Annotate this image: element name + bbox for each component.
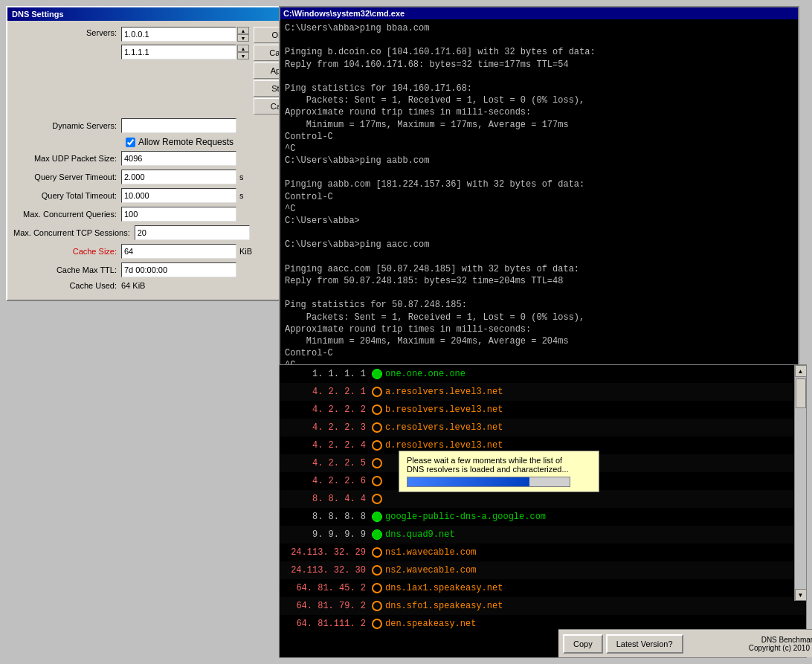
cache-size-input[interactable] xyxy=(121,244,236,259)
server1-down-arrow[interactable]: ▼ xyxy=(237,34,249,42)
benchmark-row[interactable]: 4. 2. 2. 1a.resolvers.level3.net xyxy=(280,383,806,401)
cache-max-ttl-label: Cache Max TTL: xyxy=(13,265,121,274)
row-hostname: one.one.one.one xyxy=(385,369,465,379)
max-udp-label: Max UDP Packet Size: xyxy=(13,154,121,163)
cmd-line xyxy=(285,71,793,83)
orange-dot-icon xyxy=(372,387,382,397)
servers-label: Servers: xyxy=(13,27,121,37)
green-dot-icon xyxy=(372,529,382,540)
cmd-line: Pinging aacc.com [50.87.248.185] with 32… xyxy=(285,263,793,275)
orange-dot-icon xyxy=(372,583,382,593)
orange-dot-icon xyxy=(372,458,382,468)
server2-input[interactable] xyxy=(121,45,236,59)
cache-size-row: Cache Size: KiB xyxy=(13,244,274,259)
dynamic-servers-label: Dynamic Servers: xyxy=(13,121,121,130)
dns-settings-panel: DNS Settings Servers: ▲ ▼ ▲ ▼ xyxy=(6,6,281,301)
row-nums: 64. 81. 45. 2 xyxy=(283,583,372,593)
cmd-line: Ping statistics for 50.87.248.185: xyxy=(285,299,793,311)
benchmark-panel: 1. 1. 1. 1one.one.one.one4. 2. 2. 1a.res… xyxy=(279,364,807,658)
cmd-line xyxy=(285,287,793,299)
allow-remote-checkbox[interactable] xyxy=(126,138,135,147)
max-udp-input[interactable] xyxy=(121,151,236,166)
server2-up-arrow[interactable]: ▲ xyxy=(237,45,249,52)
row-hostname: a.resolvers.level3.net xyxy=(385,387,503,397)
cmd-body[interactable]: C:\Users\abba>ping bbaa.com Pinging b.dc… xyxy=(280,19,798,366)
cmd-line xyxy=(285,251,793,263)
row-nums: 24.113. 32. 30 xyxy=(283,565,372,576)
cache-used-row: Cache Used: 64 KiB xyxy=(13,281,274,290)
row-nums: 9. 9. 9. 9 xyxy=(283,529,372,540)
cmd-line: Reply from 50.87.248.185: bytes=32 time=… xyxy=(285,275,793,287)
orange-dot-icon xyxy=(372,476,382,486)
benchmark-row[interactable]: 4. 2. 2. 2b.resolvers.level3.net xyxy=(280,401,806,419)
row-nums: 24.113. 32. 29 xyxy=(283,547,372,558)
dynamic-servers-row: Dynamic Servers: xyxy=(13,118,274,133)
cache-max-ttl-input[interactable] xyxy=(121,262,236,277)
cmd-line: C:\Users\abba>ping aacc.com xyxy=(285,239,793,251)
row-nums: 4. 2. 2. 6 xyxy=(283,476,372,486)
cmd-line: Approximate round trip times in milli-se… xyxy=(285,323,793,335)
allow-remote-label: Allow Remote Requests xyxy=(138,137,233,147)
dynamic-servers-input[interactable] xyxy=(121,118,236,133)
cmd-line: Ping statistics for 104.160.171.68: xyxy=(285,83,793,94)
latest-version-button[interactable]: Latest Version? xyxy=(606,634,683,654)
server1-input[interactable] xyxy=(121,27,236,42)
row-hostname: d.resolvers.level3.net xyxy=(385,440,503,451)
row-hostname: den.speakeasy.net xyxy=(385,619,476,629)
orange-dot-icon xyxy=(372,404,382,415)
benchmark-row[interactable]: 24.113. 32. 30ns2.wavecable.com xyxy=(280,561,806,579)
orange-dot-icon xyxy=(372,422,382,433)
cmd-title: C:\Windows\system32\cmd.exe xyxy=(283,9,405,18)
row-nums: 4. 2. 2. 2 xyxy=(283,404,372,415)
max-concurrent-tcp-input[interactable] xyxy=(135,225,250,240)
query-server-timeout-unit: s xyxy=(239,173,244,181)
servers-row: Servers: ▲ ▼ ▲ ▼ OK xyxy=(13,27,274,115)
max-udp-row: Max UDP Packet Size: xyxy=(13,151,274,166)
row-nums: 4. 2. 2. 1 xyxy=(283,387,372,397)
scroll-up-arrow[interactable]: ▲ xyxy=(795,365,807,377)
query-total-timeout-row: Query Total Timeout: s xyxy=(13,188,274,203)
query-server-timeout-input[interactable] xyxy=(121,170,236,184)
benchmark-row[interactable]: 24.113. 32. 29ns1.wavecable.com xyxy=(280,544,806,561)
dns-settings-title: DNS Settings xyxy=(12,10,64,19)
benchmark-row[interactable]: 64. 81. 45. 2dns.lax1.speakeasy.net xyxy=(280,579,806,597)
cache-used-value: 64 KiB xyxy=(121,281,145,290)
benchmark-row[interactable]: 64. 81.111. 2den.speakeasy.net xyxy=(280,615,806,629)
row-hostname: dns.sfo1.speakeasy.net xyxy=(385,601,503,611)
servers-inputs: ▲ ▼ ▲ ▼ xyxy=(121,27,249,59)
server2-spinner[interactable]: ▲ ▼ xyxy=(237,45,249,59)
cmd-line: C:\Users\abba> xyxy=(285,215,793,227)
cmd-line xyxy=(285,227,793,239)
row-hostname: dns.lax1.speakeasy.net xyxy=(385,583,503,593)
query-total-timeout-label: Query Total Timeout: xyxy=(13,191,121,200)
cmd-line: Packets: Sent = 1, Received = 1, Lost = … xyxy=(285,312,793,323)
benchmark-row[interactable]: 8. 8. 8. 8google-public-dns-a.google.com xyxy=(280,508,806,526)
max-concurrent-queries-input[interactable] xyxy=(121,207,236,222)
cache-size-label: Cache Size: xyxy=(13,247,121,256)
benchmark-table: 1. 1. 1. 1one.one.one.one4. 2. 2. 1a.res… xyxy=(280,365,806,629)
cmd-line: ^C xyxy=(285,143,793,155)
row-nums: 8. 8. 8. 8 xyxy=(283,512,372,522)
cmd-line: C:\Users\abba>ping aabb.com xyxy=(285,155,793,167)
copy-button[interactable]: Copy xyxy=(563,634,603,654)
tooltip-text1: Please wait a few moments while the list… xyxy=(407,456,591,465)
query-total-timeout-input[interactable] xyxy=(121,188,236,203)
benchmark-row[interactable]: 9. 9. 9. 9dns.quad9.net xyxy=(280,526,806,544)
benchmark-row[interactable]: 4. 2. 2. 3c.resolvers.level3.net xyxy=(280,419,806,436)
server1-spinner[interactable]: ▲ ▼ xyxy=(237,27,249,42)
query-server-timeout-row: Query Server Timeout: s xyxy=(13,170,274,184)
scrollbar-vertical[interactable]: ▲ ▼ xyxy=(794,365,806,601)
scroll-thumb[interactable] xyxy=(796,378,806,408)
max-concurrent-tcp-row: Max. Concurrent TCP Sessions: xyxy=(13,225,274,240)
benchmark-row[interactable]: 64. 81. 79. 2dns.sfo1.speakeasy.net xyxy=(280,597,806,615)
scroll-down-arrow[interactable]: ▼ xyxy=(795,589,807,601)
row-hostname: c.resolvers.level3.net xyxy=(385,422,503,433)
server2-down-arrow[interactable]: ▼ xyxy=(237,52,249,59)
row-nums: 4. 2. 2. 4 xyxy=(283,440,372,451)
cache-size-unit: KiB xyxy=(239,247,252,256)
server1-up-arrow[interactable]: ▲ xyxy=(237,27,249,34)
cache-used-label: Cache Used: xyxy=(13,281,121,290)
benchmark-row[interactable]: 1. 1. 1. 1one.one.one.one xyxy=(280,365,806,383)
benchmark-row[interactable]: 8. 8. 4. 4 xyxy=(280,490,806,508)
orange-dot-icon xyxy=(372,565,382,576)
